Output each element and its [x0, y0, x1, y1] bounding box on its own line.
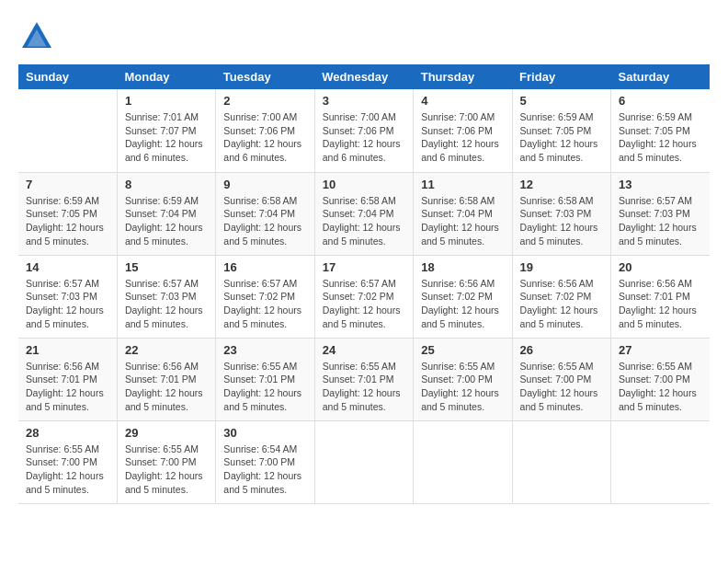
- calendar-cell: 17Sunrise: 6:57 AM Sunset: 7:02 PM Dayli…: [314, 255, 413, 338]
- day-number: 14: [26, 260, 109, 274]
- calendar-cell: 28Sunrise: 6:55 AM Sunset: 7:00 PM Dayli…: [18, 420, 117, 503]
- calendar-cell: 5Sunrise: 6:59 AM Sunset: 7:05 PM Daylig…: [512, 89, 610, 172]
- col-header-friday: Friday: [512, 64, 610, 89]
- week-row-5: 28Sunrise: 6:55 AM Sunset: 7:00 PM Dayli…: [18, 420, 710, 503]
- calendar-cell: 3Sunrise: 7:00 AM Sunset: 7:06 PM Daylig…: [314, 89, 413, 172]
- week-row-2: 7Sunrise: 6:59 AM Sunset: 7:05 PM Daylig…: [18, 172, 710, 255]
- calendar-cell: [414, 420, 512, 503]
- day-number: 23: [223, 343, 306, 357]
- calendar-cell: [512, 420, 610, 503]
- calendar-cell: 16Sunrise: 6:57 AM Sunset: 7:02 PM Dayli…: [216, 255, 314, 338]
- day-number: 4: [421, 94, 504, 108]
- calendar-cell: 25Sunrise: 6:55 AM Sunset: 7:00 PM Dayli…: [414, 338, 512, 420]
- day-info: Sunrise: 6:55 AM Sunset: 7:00 PM Dayligh…: [26, 442, 109, 497]
- day-info: Sunrise: 6:57 AM Sunset: 7:03 PM Dayligh…: [26, 277, 109, 331]
- day-info: Sunrise: 6:57 AM Sunset: 7:03 PM Dayligh…: [125, 277, 208, 331]
- calendar-cell: 21Sunrise: 6:56 AM Sunset: 7:01 PM Dayli…: [18, 338, 117, 420]
- calendar-cell: 8Sunrise: 6:59 AM Sunset: 7:04 PM Daylig…: [117, 172, 215, 255]
- calendar-cell: 4Sunrise: 7:00 AM Sunset: 7:06 PM Daylig…: [414, 89, 512, 172]
- calendar-cell: 10Sunrise: 6:58 AM Sunset: 7:04 PM Dayli…: [314, 172, 413, 255]
- calendar-cell: 6Sunrise: 6:59 AM Sunset: 7:05 PM Daylig…: [611, 89, 710, 172]
- day-number: 6: [619, 94, 702, 108]
- calendar-cell: 22Sunrise: 6:56 AM Sunset: 7:01 PM Dayli…: [117, 338, 215, 420]
- logo: [18, 18, 59, 55]
- col-header-thursday: Thursday: [414, 64, 512, 89]
- day-info: Sunrise: 6:55 AM Sunset: 7:00 PM Dayligh…: [125, 442, 208, 497]
- day-info: Sunrise: 6:56 AM Sunset: 7:01 PM Dayligh…: [619, 277, 702, 331]
- day-number: 15: [125, 260, 208, 274]
- calendar-cell: 24Sunrise: 6:55 AM Sunset: 7:01 PM Dayli…: [314, 338, 413, 420]
- week-row-3: 14Sunrise: 6:57 AM Sunset: 7:03 PM Dayli…: [18, 255, 710, 338]
- calendar-cell: [314, 420, 413, 503]
- calendar-cell: 1Sunrise: 7:01 AM Sunset: 7:07 PM Daylig…: [117, 89, 215, 172]
- calendar-cell: 18Sunrise: 6:56 AM Sunset: 7:02 PM Dayli…: [414, 255, 512, 338]
- col-header-sunday: Sunday: [18, 64, 117, 89]
- day-number: 11: [421, 178, 504, 191]
- calendar-cell: 27Sunrise: 6:55 AM Sunset: 7:00 PM Dayli…: [611, 338, 710, 420]
- day-info: Sunrise: 6:55 AM Sunset: 7:00 PM Dayligh…: [619, 360, 702, 414]
- day-number: 30: [223, 426, 306, 440]
- day-info: Sunrise: 6:55 AM Sunset: 7:00 PM Dayligh…: [520, 360, 603, 414]
- calendar-cell: 9Sunrise: 6:58 AM Sunset: 7:04 PM Daylig…: [216, 172, 314, 255]
- day-number: 29: [125, 426, 208, 440]
- day-info: Sunrise: 6:54 AM Sunset: 7:00 PM Dayligh…: [223, 442, 306, 497]
- day-info: Sunrise: 6:58 AM Sunset: 7:04 PM Dayligh…: [323, 194, 405, 248]
- calendar-cell: 12Sunrise: 6:58 AM Sunset: 7:03 PM Dayli…: [512, 172, 610, 255]
- day-info: Sunrise: 7:01 AM Sunset: 7:07 PM Dayligh…: [125, 110, 208, 165]
- calendar-table: SundayMondayTuesdayWednesdayThursdayFrid…: [18, 64, 710, 504]
- day-number: 20: [619, 260, 702, 274]
- day-number: 3: [323, 94, 405, 108]
- day-info: Sunrise: 6:55 AM Sunset: 7:00 PM Dayligh…: [421, 360, 504, 414]
- day-number: 18: [421, 260, 504, 274]
- day-number: 5: [520, 94, 603, 108]
- calendar-cell: 20Sunrise: 6:56 AM Sunset: 7:01 PM Dayli…: [611, 255, 710, 338]
- col-header-tuesday: Tuesday: [216, 64, 314, 89]
- calendar-cell: 13Sunrise: 6:57 AM Sunset: 7:03 PM Dayli…: [611, 172, 710, 255]
- calendar-cell: 15Sunrise: 6:57 AM Sunset: 7:03 PM Dayli…: [117, 255, 215, 338]
- day-info: Sunrise: 6:57 AM Sunset: 7:03 PM Dayligh…: [619, 194, 702, 248]
- day-info: Sunrise: 7:00 AM Sunset: 7:06 PM Dayligh…: [421, 110, 504, 165]
- day-info: Sunrise: 6:58 AM Sunset: 7:04 PM Dayligh…: [421, 194, 504, 248]
- day-number: 19: [520, 260, 603, 274]
- day-info: Sunrise: 6:55 AM Sunset: 7:01 PM Dayligh…: [223, 360, 306, 414]
- calendar-cell: 19Sunrise: 6:56 AM Sunset: 7:02 PM Dayli…: [512, 255, 610, 338]
- calendar-cell: 23Sunrise: 6:55 AM Sunset: 7:01 PM Dayli…: [216, 338, 314, 420]
- day-number: 8: [125, 178, 208, 191]
- header-row: SundayMondayTuesdayWednesdayThursdayFrid…: [18, 64, 710, 89]
- day-number: 21: [26, 343, 109, 357]
- day-number: 25: [421, 343, 504, 357]
- day-info: Sunrise: 6:56 AM Sunset: 7:01 PM Dayligh…: [26, 360, 109, 414]
- week-row-1: 1Sunrise: 7:01 AM Sunset: 7:07 PM Daylig…: [18, 89, 710, 172]
- day-info: Sunrise: 6:59 AM Sunset: 7:05 PM Dayligh…: [26, 194, 109, 248]
- col-header-monday: Monday: [117, 64, 215, 89]
- day-info: Sunrise: 6:56 AM Sunset: 7:02 PM Dayligh…: [421, 277, 504, 331]
- day-info: Sunrise: 6:59 AM Sunset: 7:05 PM Dayligh…: [619, 110, 702, 165]
- day-number: 7: [26, 178, 109, 191]
- week-row-4: 21Sunrise: 6:56 AM Sunset: 7:01 PM Dayli…: [18, 338, 710, 420]
- day-info: Sunrise: 6:58 AM Sunset: 7:04 PM Dayligh…: [223, 194, 306, 248]
- calendar-cell: 30Sunrise: 6:54 AM Sunset: 7:00 PM Dayli…: [216, 420, 314, 503]
- day-number: 9: [223, 178, 306, 191]
- day-number: 2: [223, 94, 306, 108]
- day-info: Sunrise: 6:57 AM Sunset: 7:02 PM Dayligh…: [323, 277, 405, 331]
- col-header-saturday: Saturday: [611, 64, 710, 89]
- calendar-cell: 7Sunrise: 6:59 AM Sunset: 7:05 PM Daylig…: [18, 172, 117, 255]
- calendar-cell: 2Sunrise: 7:00 AM Sunset: 7:06 PM Daylig…: [216, 89, 314, 172]
- calendar-cell: 14Sunrise: 6:57 AM Sunset: 7:03 PM Dayli…: [18, 255, 117, 338]
- day-info: Sunrise: 7:00 AM Sunset: 7:06 PM Dayligh…: [323, 110, 405, 165]
- day-number: 27: [619, 343, 702, 357]
- day-info: Sunrise: 6:59 AM Sunset: 7:05 PM Dayligh…: [520, 110, 603, 165]
- day-number: 22: [125, 343, 208, 357]
- day-number: 13: [619, 178, 702, 191]
- day-number: 26: [520, 343, 603, 357]
- calendar-cell: 26Sunrise: 6:55 AM Sunset: 7:00 PM Dayli…: [512, 338, 610, 420]
- col-header-wednesday: Wednesday: [314, 64, 413, 89]
- page-header: [18, 18, 710, 55]
- day-info: Sunrise: 6:56 AM Sunset: 7:02 PM Dayligh…: [520, 277, 603, 331]
- day-number: 28: [26, 426, 109, 440]
- day-info: Sunrise: 6:57 AM Sunset: 7:02 PM Dayligh…: [223, 277, 306, 331]
- day-number: 24: [323, 343, 405, 357]
- day-number: 12: [520, 178, 603, 191]
- day-number: 10: [323, 178, 405, 191]
- day-number: 16: [223, 260, 306, 274]
